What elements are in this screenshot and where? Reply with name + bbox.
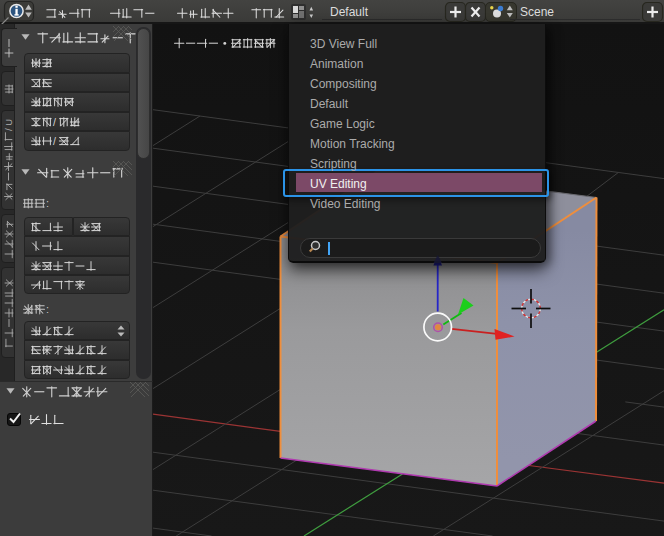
svg-text:/: / [3, 128, 14, 131]
svg-text:U: U [3, 119, 14, 126]
svg-text::: : [46, 303, 49, 315]
svg-text:/: / [53, 116, 56, 128]
svg-text::: : [46, 197, 49, 209]
svg-text:/: / [53, 135, 56, 147]
